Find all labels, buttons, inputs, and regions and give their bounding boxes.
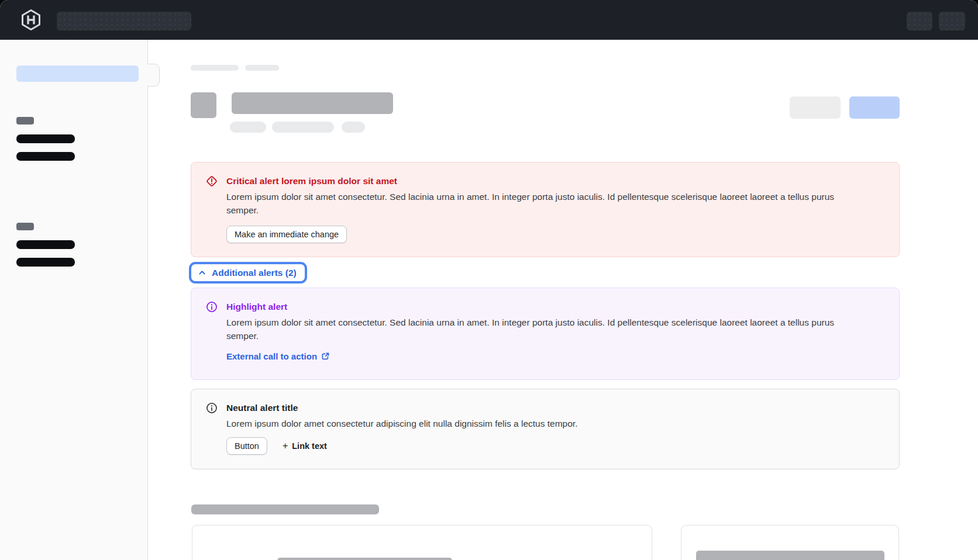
external-link-icon bbox=[321, 352, 330, 361]
critical-alert-body: Lorem ipsum dolor sit amet consectetur. … bbox=[226, 190, 849, 217]
hashicorp-logo-icon bbox=[19, 8, 43, 32]
plus-icon: + bbox=[283, 441, 288, 451]
card-skeleton-wide bbox=[192, 525, 652, 560]
additional-alerts-toggle-label: Additional alerts (2) bbox=[212, 268, 297, 278]
critical-alert: Critical alert lorem ipsum dolor sit ame… bbox=[191, 162, 900, 257]
nav-action-skeleton-1[interactable] bbox=[907, 12, 932, 30]
info-circle-icon bbox=[205, 402, 218, 414]
secondary-button-skeleton[interactable] bbox=[790, 96, 841, 119]
top-nav bbox=[0, 0, 978, 40]
neutral-alert-body: Lorem ipsum dolor amet consectetur adipi… bbox=[226, 417, 849, 430]
highlight-alert-title: Highlight alert bbox=[226, 300, 885, 313]
sidebar-collapse-handle[interactable] bbox=[147, 64, 160, 87]
highlight-alert: Highlight alert Lorem ipsum dolor sit am… bbox=[191, 288, 900, 380]
neutral-alert: Neutral alert title Lorem ipsum dolor am… bbox=[191, 389, 900, 469]
primary-button-skeleton[interactable] bbox=[849, 96, 900, 119]
sidebar-item-skeleton[interactable] bbox=[16, 152, 75, 161]
neutral-alert-title: Neutral alert title bbox=[226, 402, 885, 414]
critical-alert-action-button[interactable]: Make an immediate change bbox=[226, 226, 347, 243]
sidebar-group-label-skeleton bbox=[16, 117, 34, 125]
sidebar-item-skeleton[interactable] bbox=[16, 134, 75, 143]
breadcrumb-skeleton[interactable] bbox=[245, 65, 279, 71]
sidebar bbox=[0, 40, 148, 560]
alert-diamond-icon bbox=[205, 175, 218, 188]
page-icon-skeleton bbox=[191, 92, 216, 118]
app-window: Critical alert lorem ipsum dolor sit ame… bbox=[0, 0, 978, 560]
badge-skeleton bbox=[230, 122, 266, 133]
sidebar-group-label-skeleton bbox=[16, 223, 34, 230]
breadcrumb-skeleton[interactable] bbox=[191, 65, 239, 71]
info-circle-icon bbox=[205, 300, 218, 313]
neutral-link-label: Link text bbox=[292, 441, 327, 451]
external-link-label: External call to action bbox=[226, 351, 317, 361]
badge-skeleton bbox=[272, 122, 334, 133]
card-content-skeleton bbox=[277, 558, 452, 560]
section-title-skeleton bbox=[191, 504, 379, 514]
chevron-up-icon bbox=[198, 268, 206, 277]
external-call-to-action-link[interactable]: External call to action bbox=[226, 351, 330, 361]
neutral-alert-button[interactable]: Button bbox=[226, 437, 267, 455]
neutral-alert-link[interactable]: + Link text bbox=[283, 441, 327, 451]
nav-action-skeleton-2[interactable] bbox=[939, 12, 965, 30]
highlight-alert-body: Lorem ipsum dolor sit amet consectetur. … bbox=[226, 316, 849, 343]
sidebar-item-skeleton[interactable] bbox=[16, 240, 75, 249]
critical-alert-title: Critical alert lorem ipsum dolor sit ame… bbox=[226, 175, 885, 188]
sidebar-active-item-skeleton[interactable] bbox=[16, 65, 139, 82]
sidebar-item-skeleton[interactable] bbox=[16, 258, 75, 267]
badge-skeleton bbox=[342, 122, 365, 133]
card-skeleton-narrow bbox=[681, 525, 899, 560]
card-content-skeleton bbox=[696, 551, 884, 560]
page-title-skeleton bbox=[232, 92, 393, 114]
additional-alerts-toggle[interactable]: Additional alerts (2) bbox=[189, 262, 307, 284]
search-input[interactable] bbox=[57, 12, 191, 30]
